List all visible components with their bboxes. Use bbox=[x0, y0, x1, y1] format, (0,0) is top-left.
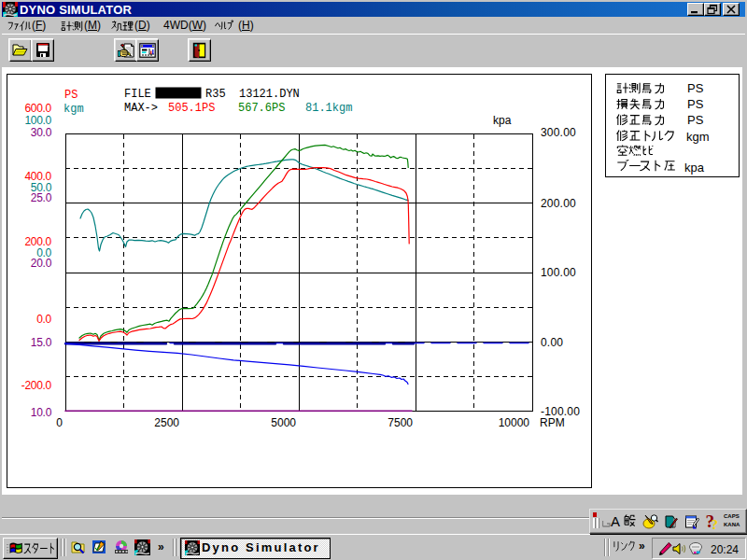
svg-text:?: ? bbox=[712, 517, 719, 530]
